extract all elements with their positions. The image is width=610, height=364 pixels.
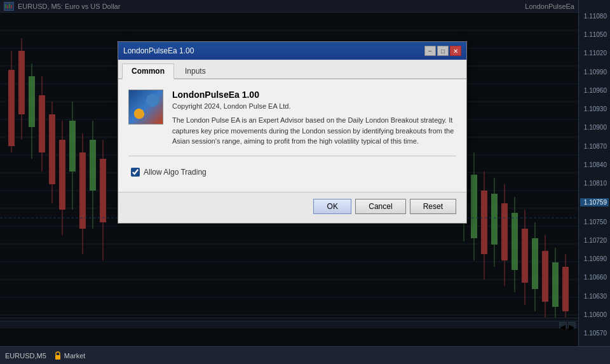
symbol-label: EURUSD,M5: [5, 352, 46, 360]
dialog-content: LondonPulseEa 1.00 Copyright 2024, Londo…: [118, 79, 466, 192]
price-7: 1.10870: [580, 143, 609, 150]
cancel-button[interactable]: Cancel: [355, 199, 405, 214]
price-13: 1.10690: [580, 255, 609, 262]
price-9: 1.10810: [580, 180, 609, 187]
dialog-tabs: Common Inputs: [118, 60, 466, 79]
dialog-controls: − □ ✕: [424, 46, 461, 56]
allow-algo-trading-checkbox[interactable]: [131, 168, 140, 177]
maximize-button[interactable]: □: [437, 46, 449, 56]
tab-inputs-label: Inputs: [185, 67, 206, 76]
price-5: 1.10930: [580, 105, 609, 112]
close-button[interactable]: ✕: [450, 46, 461, 56]
ea-description: The London Pulse EA is an Expert Advisor…: [172, 115, 456, 147]
price-12: 1.10720: [580, 237, 609, 244]
reset-button[interactable]: Reset: [410, 199, 456, 214]
tab-inputs[interactable]: Inputs: [175, 64, 215, 79]
minimize-button[interactable]: −: [424, 46, 436, 56]
dialog-title: LondonPulseEa 1.00: [123, 46, 194, 55]
price-3: 1.10990: [580, 69, 609, 76]
lock-status: Market: [54, 351, 86, 360]
tab-common-label: Common: [132, 67, 165, 76]
svg-rect-74: [55, 355, 60, 360]
status-bar: EURUSD,M5 Market: [0, 346, 610, 364]
price-axis: 1.11080 1.11050 1.11020 1.10990 1.10960 …: [578, 0, 610, 346]
separator: [128, 156, 456, 156]
market-label: Market: [64, 352, 86, 360]
price-15: 1.10630: [580, 293, 609, 300]
algo-trading-row: Allow Algo Trading: [131, 168, 454, 177]
price-17: 1.10570: [580, 330, 609, 337]
price-2: 1.11020: [580, 50, 609, 57]
ea-copyright: Copyright 2024, London Pulse EA Ltd.: [172, 102, 456, 110]
price-8: 1.10840: [580, 161, 609, 168]
ea-info: LondonPulseEa 1.00 Copyright 2024, Londo…: [128, 90, 456, 147]
expert-advisor-dialog: LondonPulseEa 1.00 − □ ✕ Common Inputs L…: [118, 41, 467, 224]
dialog-titlebar: LondonPulseEa 1.00 − □ ✕: [118, 42, 466, 60]
tab-common[interactable]: Common: [122, 64, 174, 79]
lock-icon: [54, 351, 62, 360]
price-current: 1.10759: [580, 198, 609, 206]
price-14: 1.10660: [580, 274, 609, 281]
price-1: 1.11050: [580, 31, 609, 38]
ea-details: LondonPulseEa 1.00 Copyright 2024, Londo…: [172, 90, 456, 147]
ea-icon-image: [129, 90, 163, 124]
price-0: 1.11080: [580, 13, 609, 20]
symbol-status: EURUSD,M5: [5, 352, 46, 360]
price-6: 1.10900: [580, 124, 609, 131]
ea-icon: [128, 90, 163, 125]
price-4: 1.10960: [580, 87, 609, 94]
ea-name: LondonPulseEa 1.00: [172, 90, 456, 100]
price-11: 1.10750: [580, 219, 609, 226]
dialog-buttons: OK Cancel Reset: [118, 192, 466, 223]
ok-button[interactable]: OK: [313, 199, 351, 214]
allow-algo-trading-label: Allow Algo Trading: [144, 168, 207, 177]
checkbox-area: Allow Algo Trading: [128, 163, 456, 182]
price-16: 1.10600: [580, 311, 609, 318]
